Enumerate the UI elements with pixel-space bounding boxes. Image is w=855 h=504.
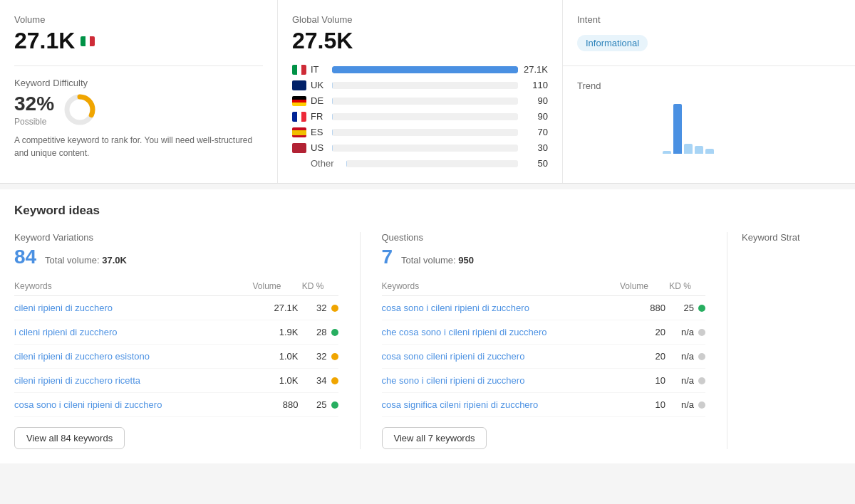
volume-value: 10 [616, 399, 665, 410]
kd-value: 32 [299, 351, 327, 362]
variations-table-body: cileni ripieni di zucchero 27.1K 32 i ci… [14, 296, 338, 417]
country-row-uk: UK 110 [292, 80, 548, 90]
flag-it-icon [292, 65, 306, 75]
questions-section-label: Questions [382, 232, 706, 243]
global-volume-label: Global Volume [292, 14, 548, 25]
trend-label: Trend [577, 80, 841, 91]
questions-column: Questions 7 Total volume: 950 Keywords V… [360, 232, 727, 449]
country-name-it: IT [311, 64, 328, 75]
country-val-uk: 110 [522, 80, 548, 90]
keyword-link[interactable]: cosa sono cileni ripieni di zucchero [382, 351, 616, 362]
volume-value: 10 [616, 375, 665, 386]
kd-dot-indicator [698, 329, 705, 336]
table-row: cileni ripieni di zucchero esistono 1.0K… [14, 345, 338, 369]
flag-uk-icon [292, 80, 306, 90]
kd-value: n/a [665, 399, 694, 410]
keyword-link[interactable]: che sono i cileni ripieni di zucchero [382, 375, 616, 386]
kd-value: n/a [665, 375, 694, 386]
bar-de [332, 98, 518, 105]
kd-value: 25 [299, 399, 327, 410]
kd-donut-chart [63, 93, 97, 127]
trend-bar-12 [705, 149, 714, 154]
view-all-variations-button[interactable]: View all 84 keywords [14, 427, 125, 449]
kd-dot-indicator [698, 353, 705, 360]
table-row: che cosa sono i cileni ripieni di zucche… [382, 320, 706, 345]
variations-section-label: Keyword Variations [14, 232, 338, 243]
country-val-it: 27.1K [522, 64, 548, 75]
table-row: che sono i cileni ripieni di zucchero 10… [382, 369, 706, 393]
bar-other [346, 160, 518, 167]
volume-value: 20 [616, 327, 665, 337]
keyword-link[interactable]: i cileni ripieni di zucchero [14, 327, 249, 337]
table-row: cileni ripieni di zucchero ricetta 1.0K … [14, 369, 338, 393]
bar-fr [332, 113, 518, 120]
keyword-link[interactable]: cileni ripieni di zucchero [14, 303, 249, 313]
global-volume-value: 27.5K [292, 28, 548, 54]
country-row-de: DE 90 [292, 95, 548, 106]
country-name-es: ES [311, 127, 328, 137]
keyword-link[interactable]: cosa sono i cileni ripieni di zucchero [382, 303, 616, 313]
flag-us-icon [292, 143, 306, 153]
kd-value: n/a [665, 351, 694, 362]
volume-label: Volume [14, 14, 263, 25]
keyword-ideas-title: Keyword ideas [14, 204, 841, 218]
questions-count: 7 [382, 246, 393, 268]
kd-description: A competitive keyword to rank for. You w… [14, 134, 263, 159]
kd-value: 32% [14, 93, 54, 115]
country-row-fr: FR 90 [292, 111, 548, 122]
kd-value: 25 [665, 303, 694, 313]
questions-table-body: cosa sono i cileni ripieni di zucchero 8… [382, 296, 706, 417]
table-row: cosa sono i cileni ripieni di zucchero 8… [382, 296, 706, 320]
kd-dot-indicator [331, 377, 338, 384]
volume-value: 880 [249, 399, 299, 410]
bar-es [332, 129, 518, 136]
keyword-link[interactable]: cosa significa cileni ripieni di zuccher… [382, 399, 616, 410]
volume-value: 27.1K [14, 28, 263, 54]
country-val-es: 70 [522, 127, 548, 137]
keyword-link[interactable]: cileni ripieni di zucchero esistono [14, 351, 249, 362]
intent-label: Intent [577, 14, 841, 25]
kd-sub-label: Possible [14, 117, 54, 127]
variations-table-header: Keywords Volume KD % [14, 277, 338, 296]
keyword-strat-column: Keyword Strat [727, 232, 841, 449]
kd-label: Keyword Difficulty [14, 78, 263, 88]
italy-flag-icon [81, 36, 95, 46]
kd-dot-indicator [331, 401, 338, 409]
table-row: cosa significa cileni ripieni di zuccher… [382, 393, 706, 417]
other-label: Other [311, 158, 342, 169]
country-row-es: ES 70 [292, 127, 548, 137]
kd-dot-indicator [698, 377, 705, 384]
country-name-de: DE [311, 95, 328, 106]
volume-value: 27.1K [249, 303, 299, 313]
bar-it [332, 66, 518, 73]
keyword-strat-label: Keyword Strat [742, 232, 841, 243]
volume-value: 1.0K [249, 375, 299, 386]
country-row-other: Other 50 [292, 158, 548, 169]
flag-es-icon [292, 127, 306, 137]
trend-bar-8 [663, 151, 671, 154]
trend-bar-10 [684, 144, 693, 154]
kd-value: 32 [299, 303, 327, 313]
volume-value: 1.9K [249, 327, 299, 337]
kd-value: n/a [665, 327, 694, 337]
keyword-link[interactable]: cosa sono i cileni ripieni di zucchero [14, 399, 249, 410]
trend-panel: Trend [563, 66, 855, 183]
keyword-variations-column: Keyword Variations 84 Total volume: 37.0… [14, 232, 360, 449]
kd-dot-indicator [331, 353, 338, 360]
keyword-link[interactable]: cileni ripieni di zucchero ricetta [14, 375, 249, 386]
kd-value: 34 [299, 375, 327, 386]
view-all-questions-button[interactable]: View all 7 keywords [382, 427, 487, 449]
table-row: i cileni ripieni di zucchero 1.9K 28 [14, 320, 338, 345]
country-row-it: IT 27.1K [292, 64, 548, 75]
country-val-other: 50 [522, 158, 548, 169]
country-val-fr: 90 [522, 111, 548, 122]
flag-fr-icon [292, 112, 306, 122]
country-row-us: US 30 [292, 142, 548, 153]
variations-count: 84 [14, 246, 36, 268]
questions-table-header: Keywords Volume KD % [382, 277, 706, 296]
kd-value: 28 [299, 327, 327, 337]
flag-de-icon [292, 96, 306, 106]
country-name-fr: FR [311, 111, 328, 122]
keyword-link[interactable]: che cosa sono i cileni ripieni di zucche… [382, 327, 616, 337]
table-row: cileni ripieni di zucchero 27.1K 32 [14, 296, 338, 320]
